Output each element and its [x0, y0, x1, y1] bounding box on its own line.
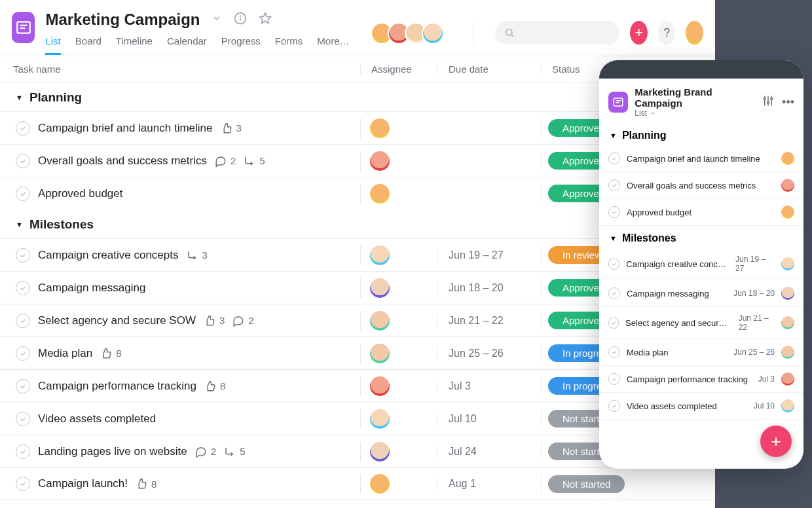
due-date[interactable]: Jun 25 – 26 — [437, 348, 541, 359]
subtasks-count[interactable]: 3 — [187, 249, 208, 261]
mobile-task-row[interactable]: Campaign brief and launch timeline — [599, 145, 803, 172]
complete-checkbox[interactable] — [608, 179, 620, 191]
likes-count[interactable]: 8 — [204, 380, 225, 392]
search-icon — [504, 27, 515, 38]
complete-checkbox[interactable] — [608, 287, 620, 299]
user-avatar[interactable] — [686, 21, 703, 45]
due-date[interactable]: Jun 19 – 27 — [437, 249, 541, 261]
complete-checkbox[interactable] — [608, 373, 620, 385]
complete-checkbox[interactable] — [608, 258, 619, 270]
mobile-task-row[interactable]: Overall goals and success metrics — [599, 172, 803, 199]
likes-count[interactable]: 8 — [136, 478, 157, 490]
assignee-avatar[interactable] — [781, 346, 794, 359]
project-icon — [12, 12, 35, 43]
due-date: Jun 25 – 26 — [733, 348, 775, 357]
mobile-preview: Marketing Brand Campaign List ••• ▼Plann… — [599, 60, 803, 469]
complete-checkbox[interactable] — [16, 444, 30, 459]
task-name: Video assets completed — [627, 401, 747, 411]
complete-checkbox[interactable] — [16, 477, 30, 491]
assignee-avatar[interactable] — [781, 179, 794, 192]
complete-checkbox[interactable] — [608, 153, 620, 164]
info-icon[interactable] — [234, 12, 247, 27]
complete-checkbox[interactable] — [16, 314, 30, 328]
complete-checkbox[interactable] — [16, 346, 30, 361]
mobile-section-header[interactable]: ▼Milestones — [599, 226, 803, 248]
complete-checkbox[interactable] — [608, 206, 620, 218]
assignee-avatar[interactable] — [370, 311, 390, 331]
mobile-subview[interactable]: List — [635, 109, 756, 118]
assignee-avatar[interactable] — [781, 152, 794, 165]
tab-timeline[interactable]: Timeline — [116, 35, 153, 55]
due-date[interactable]: Jul 10 — [437, 413, 541, 425]
help-button[interactable]: ? — [658, 21, 676, 45]
assignee-avatar[interactable] — [370, 245, 390, 265]
chevron-down-icon[interactable] — [212, 13, 222, 26]
assignee-avatar[interactable] — [370, 344, 390, 363]
star-icon[interactable] — [259, 12, 272, 27]
complete-checkbox[interactable] — [608, 346, 620, 358]
assignee-avatar[interactable] — [370, 184, 390, 204]
mobile-add-button[interactable]: + — [760, 426, 792, 457]
assignee-avatar[interactable] — [781, 316, 794, 329]
comments-count[interactable]: 2 — [195, 446, 216, 458]
task-name: Video assets completed — [38, 412, 156, 426]
assignee-avatar[interactable] — [370, 278, 390, 298]
mobile-task-row[interactable]: Campaign creative conceptsJun 19 – 27 — [599, 248, 803, 280]
tab-forms[interactable]: Forms — [275, 35, 303, 55]
global-add-button[interactable]: + — [630, 21, 648, 45]
complete-checkbox[interactable] — [608, 400, 620, 412]
status-badge[interactable]: Not started — [548, 475, 625, 493]
due-date[interactable]: Jul 3 — [437, 380, 541, 392]
comments-count[interactable]: 2 — [215, 155, 236, 167]
tab-list[interactable]: List — [45, 35, 60, 55]
likes-count[interactable]: 3 — [204, 315, 225, 327]
complete-checkbox[interactable] — [16, 121, 30, 136]
mobile-task-row[interactable]: Media planJun 25 – 26 — [599, 339, 803, 366]
assignee-avatar[interactable] — [781, 287, 794, 300]
comments-count[interactable]: 2 — [232, 315, 253, 327]
assignee-avatar[interactable] — [781, 257, 794, 270]
assignee-avatar[interactable] — [370, 474, 390, 494]
due-date[interactable]: Aug 1 — [437, 478, 541, 490]
complete-checkbox[interactable] — [16, 412, 30, 426]
topbar: Marketing Campaign ListBoardTimelineCale… — [0, 0, 715, 56]
mobile-task-row[interactable]: Campaign messagingJun 18 – 20 — [599, 280, 803, 307]
mobile-task-row[interactable]: Video assets completedJul 10 — [599, 393, 803, 420]
subtasks-count[interactable]: 5 — [244, 155, 265, 167]
assignee-avatar[interactable] — [370, 409, 390, 429]
assignee-avatar[interactable] — [370, 376, 390, 396]
assignee-avatar[interactable] — [370, 442, 390, 462]
complete-checkbox[interactable] — [608, 317, 619, 329]
section-name: Milestones — [29, 217, 94, 232]
settings-icon[interactable] — [762, 95, 774, 109]
mobile-section-header[interactable]: ▼Planning — [599, 123, 803, 145]
due-date[interactable]: Jul 24 — [437, 446, 541, 458]
due-date[interactable]: Jun 21 – 22 — [437, 315, 541, 327]
mobile-task-row[interactable]: Approved budget — [599, 199, 803, 226]
complete-checkbox[interactable] — [16, 154, 30, 168]
assignee-avatar[interactable] — [370, 151, 390, 171]
complete-checkbox[interactable] — [16, 187, 30, 201]
mobile-task-row[interactable]: Select agency and secure SOWJun 21 – 22 — [599, 307, 803, 339]
assignee-avatar[interactable] — [781, 206, 794, 219]
tab-progress[interactable]: Progress — [221, 35, 261, 55]
complete-checkbox[interactable] — [16, 248, 30, 263]
assignee-avatar[interactable] — [781, 372, 794, 386]
likes-count[interactable]: 3 — [221, 122, 242, 134]
assignee-avatar[interactable] — [781, 399, 794, 412]
tab-board[interactable]: Board — [75, 35, 101, 55]
collaborator-avatar[interactable] — [422, 22, 444, 45]
search-input[interactable] — [495, 21, 619, 45]
more-icon[interactable]: ••• — [782, 96, 794, 109]
likes-count[interactable]: 8 — [100, 348, 121, 359]
tab-calendar[interactable]: Calendar — [167, 35, 207, 55]
tab-more-[interactable]: More… — [317, 35, 349, 55]
complete-checkbox[interactable] — [16, 281, 30, 295]
subtasks-count[interactable]: 5 — [224, 446, 245, 458]
due-date[interactable]: Jun 18 – 20 — [437, 282, 541, 294]
table-row[interactable]: Campaign launch!8Aug 1Not started — [0, 467, 715, 500]
collaborator-avatars[interactable] — [371, 22, 444, 45]
complete-checkbox[interactable] — [16, 379, 30, 393]
mobile-task-row[interactable]: Campaign performance trackingJul 3 — [599, 366, 803, 393]
assignee-avatar[interactable] — [370, 118, 390, 138]
